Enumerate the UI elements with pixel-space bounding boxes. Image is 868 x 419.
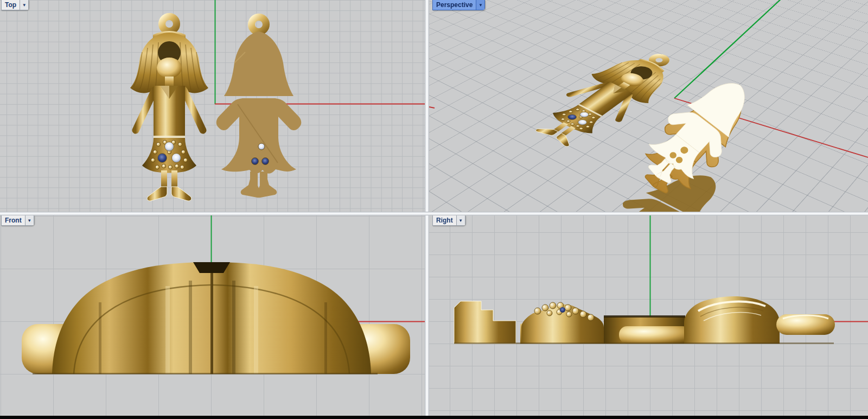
pendant-edge-profile[interactable] (22, 262, 410, 374)
viewport-menu-arrow-icon[interactable]: ▼ (20, 0, 28, 10)
gold-girl-pendant-model[interactable] (130, 17, 208, 201)
viewport-tab-label: Front (2, 215, 25, 225)
viewport-splitter-vertical[interactable] (425, 0, 429, 416)
gem-profile (560, 307, 565, 313)
top-view-scene (0, 0, 425, 212)
viewport-tab-front[interactable]: Front ▼ (1, 215, 34, 226)
pendant-side-profile[interactable] (454, 296, 835, 344)
perspective-scene (429, 0, 868, 212)
viewport-tab-right[interactable]: Right ▼ (432, 215, 465, 226)
viewport-perspective[interactable]: Perspective ▼ (429, 0, 868, 212)
viewport-menu-arrow-icon[interactable]: ▼ (456, 215, 465, 225)
front-view-scene (0, 215, 425, 416)
cad-workspace: Top ▼ (0, 0, 868, 419)
viewport-right[interactable]: Right ▼ (429, 215, 868, 416)
viewport-tab-perspective[interactable]: Perspective ▼ (432, 0, 485, 10)
viewport-splitter-horizontal[interactable] (0, 212, 868, 215)
viewport-menu-arrow-icon[interactable]: ▼ (476, 0, 484, 10)
viewport-tab-label: Top (2, 0, 20, 10)
bottom-edge-bar (0, 416, 868, 419)
right-view-scene (429, 215, 868, 416)
viewport-front[interactable]: Front ▼ (0, 215, 425, 416)
viewport-tab-label: Right (433, 215, 456, 225)
viewport-top[interactable]: Top ▼ (0, 0, 425, 212)
flat-silhouette-model[interactable] (216, 17, 302, 198)
viewport-tab-top[interactable]: Top ▼ (1, 0, 29, 10)
viewport-tab-label: Perspective (433, 0, 476, 10)
viewport-menu-arrow-icon[interactable]: ▼ (25, 215, 34, 225)
